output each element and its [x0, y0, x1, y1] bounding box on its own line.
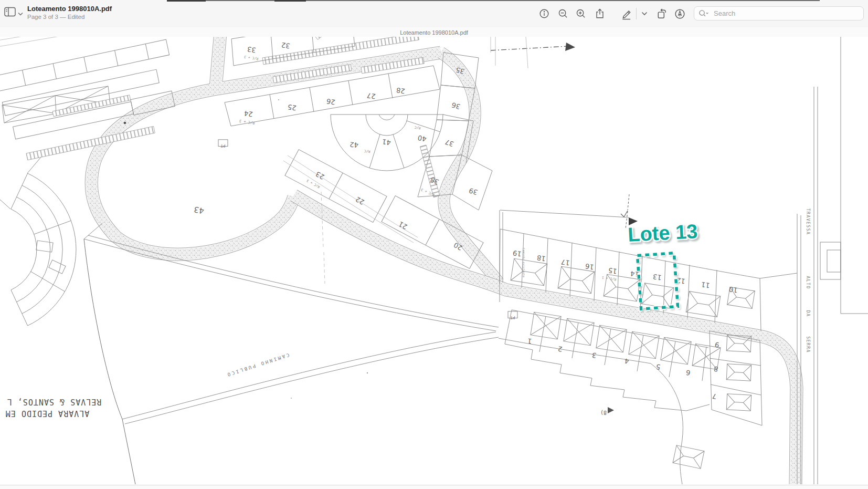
- lot-number: 21: [397, 220, 409, 231]
- plan-label: R/C: [414, 125, 421, 130]
- lot-number: 7: [712, 392, 717, 400]
- markup-options-chevron[interactable]: [638, 7, 651, 20]
- window-title-block: Loteamento 1998010A.pdf Page 3 of 3 — Ed…: [27, 5, 112, 21]
- share-button[interactable]: [594, 7, 606, 20]
- page-status: Page 3 of 3 — Edited: [27, 13, 112, 20]
- plan-label: ALVARA PEDIDO EM: [5, 409, 90, 418]
- lot-number: 24: [244, 109, 253, 118]
- lot-number: 5: [655, 362, 661, 371]
- lot-number: 18: [536, 254, 546, 263]
- zoom-out-button[interactable]: [557, 7, 569, 20]
- zoom-in-button[interactable]: [575, 7, 587, 20]
- window-title: Loteamento 1998010A.pdf: [27, 5, 112, 13]
- info-button[interactable]: [538, 7, 551, 20]
- preview-toolbar: Loteamento 1998010A.pdf Page 3 of 3 — Ed…: [0, 0, 868, 27]
- lot-number: 6: [685, 368, 691, 377]
- plan-label: ALTO: [806, 276, 810, 289]
- rotate-button[interactable]: [655, 7, 668, 20]
- lot-number: 15: [608, 266, 617, 275]
- chevron-down-icon: [18, 8, 23, 18]
- window-top-edge-blob: [167, 0, 206, 2]
- lot-number: PT: [220, 143, 226, 148]
- lot-number: 4: [624, 357, 629, 365]
- lot-number: 13: [652, 273, 662, 282]
- search-icon: [698, 9, 710, 17]
- window-top-edge: [167, 0, 820, 1]
- lot-number: 25: [287, 103, 297, 112]
- lot-number: 26: [326, 97, 335, 106]
- plan-label: Caminho existente: [522, 248, 525, 277]
- lot-number: 43: [193, 204, 205, 215]
- plan-label: SERRA: [806, 336, 810, 353]
- lot-number: 3: [591, 351, 597, 359]
- lot-number: 33: [247, 45, 256, 54]
- plan-label: R/C + 3: [244, 55, 259, 61]
- svg-text:Lote 13: Lote 13: [627, 220, 698, 246]
- plan-label: R/C + 1: [602, 275, 617, 282]
- lot-number: 37: [444, 138, 455, 148]
- lot-number: DA: [806, 310, 810, 317]
- lot-number: 16: [585, 262, 594, 271]
- lot-number: 41: [382, 138, 391, 147]
- lot-number: 19: [512, 249, 522, 258]
- lot-number: 23: [314, 170, 326, 181]
- lot-number: 36: [451, 101, 461, 111]
- toolbar-separator: [636, 8, 637, 19]
- lot-number: 22: [354, 195, 366, 206]
- sidebar-toggle-button[interactable]: [4, 7, 23, 19]
- plan-label: R/C: [364, 149, 371, 153]
- sidebar-icon: [4, 7, 16, 19]
- lot-number: 32: [281, 41, 290, 50]
- lot-number: 1: [527, 337, 532, 345]
- lot-number: 27: [366, 91, 376, 100]
- plan-label: TRAVESSA: [806, 209, 810, 235]
- lot-number: 11: [701, 280, 710, 289]
- annotate-circle-button[interactable]: [673, 7, 686, 20]
- plan-label: RELVAS & SANTOS, L: [7, 397, 102, 407]
- lot-number: 39: [468, 186, 479, 196]
- document-center-label: Loteamento 1998010A.pdf: [0, 29, 868, 36]
- search-input[interactable]: [713, 9, 859, 18]
- lot-number: 28: [396, 86, 405, 95]
- lot-number: 42: [350, 140, 359, 149]
- pdf-page-plan: 1234567891011121314151617181920212223242…: [0, 37, 868, 484]
- lot-number: 8): [600, 410, 607, 415]
- search-field[interactable]: [694, 6, 864, 20]
- plan-label: CAMINHO PUBLICO: [225, 352, 290, 378]
- window-top-edge-blob: [274, 0, 306, 2]
- lot-number: 9: [714, 340, 719, 349]
- lot-number: 40: [417, 134, 427, 143]
- lote-13-label: Lote 13 Lote 13: [627, 220, 700, 248]
- lot-number: 10: [728, 285, 738, 294]
- document-area: Loteamento 1998010A.pdf 1234567891011121…: [0, 27, 868, 489]
- lot-number: 2: [557, 345, 563, 353]
- markup-pencil-button[interactable]: [620, 7, 632, 20]
- lot-number: 17: [560, 258, 570, 267]
- lot-number: PT: [510, 315, 515, 320]
- pdf-page[interactable]: 1234567891011121314151617181920212223242…: [0, 37, 868, 485]
